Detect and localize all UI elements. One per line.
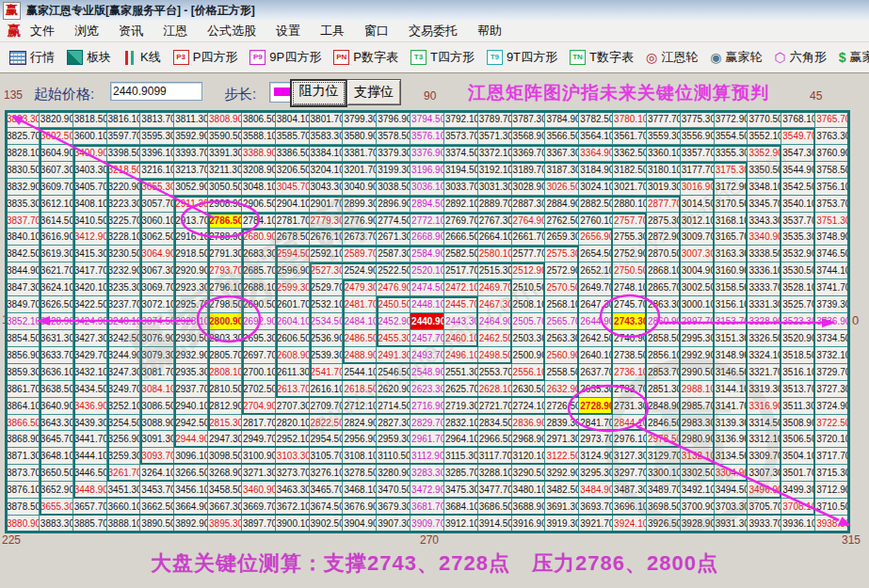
grid-cell: 3542.50 [781, 179, 815, 196]
grid-cell: 2877.70 [647, 196, 681, 213]
toolbar-button-2[interactable]: K线 [123, 49, 161, 66]
grid-cell: 2947.30 [208, 431, 242, 448]
grid-cell: 2659.30 [545, 229, 579, 246]
grid-cell: 3602.50 [40, 128, 73, 145]
grid-cell: 3336.10 [748, 262, 781, 279]
grid-cell: 2551.30 [444, 364, 478, 381]
grid-cell: 3720.10 [815, 431, 849, 448]
toolbar-button-3[interactable]: P3P四方形 [173, 49, 238, 66]
toolbar-button-9[interactable]: ◎江恩轮 [646, 49, 698, 66]
grid-cell: 2520.10 [410, 262, 444, 279]
grid-cell: 3614.50 [40, 213, 73, 230]
service-dollar-icon: $ [839, 51, 846, 65]
grid-cell: 2601.70 [276, 296, 310, 313]
menu-item-5[interactable]: 设置 [276, 23, 300, 40]
grid-cell: 3417.70 [73, 262, 107, 279]
grid-cell: 2479.30 [343, 279, 377, 296]
toolbar-button-8[interactable]: TNT数字表 [570, 49, 634, 66]
grid-cell: 2784.10 [242, 213, 276, 230]
menu-item-1[interactable]: 浏览 [74, 23, 99, 40]
toolbar-button-0[interactable]: 行情 [9, 49, 55, 66]
menu-item-9[interactable]: 帮助 [477, 23, 502, 40]
grid-cell: 3436.90 [73, 398, 107, 415]
menu-item-6[interactable]: 工具 [320, 23, 345, 40]
grid-cell: 2952.10 [276, 431, 310, 448]
toolbar-button-4[interactable]: P99P四方形 [249, 49, 321, 66]
grid-cell: 2781.70 [276, 213, 310, 230]
resistance-button[interactable]: 阻力位 [290, 79, 347, 107]
grid-cell: 3434.50 [73, 381, 107, 398]
grid-cell: 2925.70 [174, 296, 208, 313]
grid-cell: 2580.10 [478, 246, 512, 262]
grid-cell: 2649.70 [579, 279, 613, 296]
grid-cell: 3552.10 [748, 128, 781, 145]
menu-item-4[interactable]: 公式选股 [207, 23, 256, 40]
grid-cell: 3499.30 [781, 482, 815, 499]
toolbar-button-5[interactable]: PNP数字表 [333, 49, 398, 66]
grid-cell: 3931.30 [715, 516, 748, 532]
grid-cell: 3612.10 [40, 196, 73, 213]
grid-cell: 3000.10 [681, 296, 715, 313]
grid-cell: 3936.10 [781, 516, 815, 532]
grid-cell: 2630.50 [512, 381, 546, 398]
grid-cell: 2961.70 [410, 431, 444, 448]
grid-cell: 3914.50 [478, 516, 512, 532]
grid-cell: 3794.50 [410, 111, 444, 128]
toolbar-button-11[interactable]: ⬡六角形 [774, 49, 826, 66]
grid-cell: 2887.30 [512, 196, 546, 213]
grid-cell: 2443.30 [444, 313, 478, 330]
grid-cell: 2666.50 [444, 229, 478, 246]
grid-cell: 2932.90 [174, 347, 208, 364]
grid-cell: 2736.10 [613, 364, 647, 381]
grid-cell: 3595.30 [140, 128, 174, 145]
support-button[interactable]: 支撑位 [346, 79, 401, 105]
grid-cell: 3657.70 [73, 499, 107, 516]
grid-cell: 3727.30 [815, 381, 849, 398]
grid-cell: 2976.10 [613, 431, 647, 448]
grid-cell: 2556.10 [512, 364, 546, 381]
menu-item-7[interactable]: 窗口 [364, 23, 389, 40]
grid-cell: 3146.50 [715, 364, 748, 381]
menu-item-8[interactable]: 交易委托 [409, 23, 458, 40]
grid-cell: 2916.10 [174, 229, 208, 246]
toolbar-button-label: 江恩轮 [661, 49, 698, 66]
grid-cell: 2587.30 [377, 246, 410, 262]
menu-item-0[interactable]: 文件 [30, 23, 55, 40]
grid-cell: 3724.90 [815, 398, 849, 415]
start-price-input[interactable] [110, 82, 202, 101]
grid-cell: 2558.50 [545, 364, 579, 381]
grid-cell: 3804.10 [276, 111, 310, 128]
grid-cell: 2623.30 [410, 381, 444, 398]
grid-cell: 2582.50 [444, 246, 478, 262]
angle-label-315: 315 [842, 533, 861, 547]
grid-cell: 2452.90 [377, 313, 410, 330]
grid-cell: 2517.70 [444, 262, 478, 279]
grid-cell: 2692.90 [242, 313, 276, 330]
toolbar-button-12[interactable]: $赢家服务 [839, 49, 869, 66]
grid-cell: 3532.90 [781, 246, 815, 262]
grid-cell: 3328.90 [748, 313, 781, 330]
grid-cell: 3177.70 [681, 162, 715, 179]
grid-cell: 3823.30 [6, 111, 40, 128]
grid-cell: 3223.30 [107, 196, 141, 213]
grid-cell: 2928.10 [174, 313, 208, 330]
grid-cell: 3012.10 [681, 213, 715, 230]
toolbar-button-7[interactable]: T99T四方形 [487, 49, 557, 66]
toolbar-button-6[interactable]: T3T四方形 [410, 49, 475, 66]
grid-cell: 3180.10 [647, 162, 681, 179]
grid-cell: 3588.10 [242, 128, 276, 145]
grid-cell: 3324.10 [748, 347, 781, 364]
grid-cell: 3268.90 [208, 465, 242, 482]
grid-cell: 3892.90 [174, 516, 208, 532]
grid-cell: 2978.50 [647, 431, 681, 448]
menu-item-3[interactable]: 江恩 [163, 23, 187, 40]
toolbar-button-10[interactable]: ◉赢家轮 [710, 49, 762, 66]
p-number-badge: PN [333, 50, 349, 65]
grid-cell: 3136.90 [715, 431, 748, 448]
grid-cell: 2990.50 [681, 364, 715, 381]
menu-item-2[interactable]: 资讯 [119, 23, 143, 40]
toolbar-button-1[interactable]: 板块 [67, 49, 111, 66]
grid-cell: 2704.90 [242, 398, 276, 415]
candlestick-icon [123, 51, 137, 65]
key-levels-banner: 大盘关键位测算：支撑2743、2728点 压力2786、2800点 [0, 549, 869, 578]
